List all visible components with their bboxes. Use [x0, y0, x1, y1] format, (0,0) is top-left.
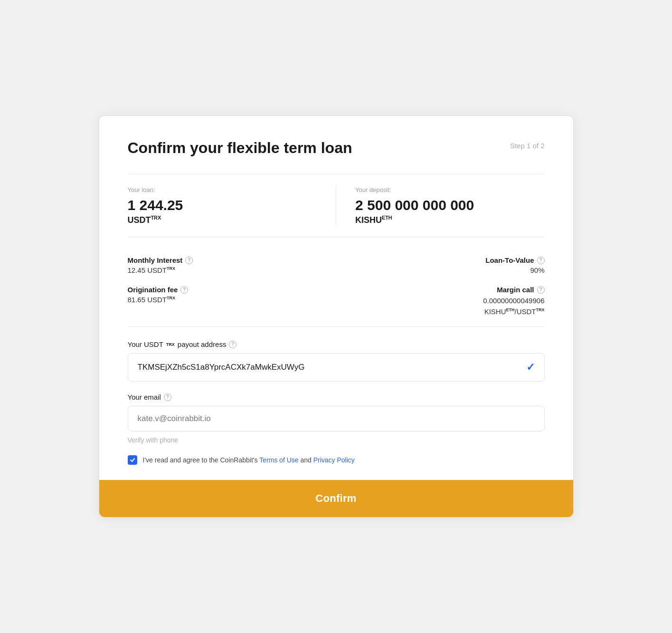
- email-input[interactable]: [138, 414, 535, 423]
- loan-amount: 1 244.25: [128, 197, 317, 213]
- header-row: Confirm your flexible term loan Step 1 o…: [128, 139, 545, 157]
- payout-label: Your USDTTRX payout address ?: [128, 340, 545, 348]
- payout-address-input[interactable]: [138, 363, 526, 372]
- privacy-policy-link[interactable]: Privacy Policy: [313, 456, 355, 464]
- email-input-field[interactable]: [128, 406, 545, 432]
- monthly-interest-row: Monthly Interest ? 12.45 USDTTRX Loan-To…: [128, 250, 545, 280]
- deposit-label: Your deposit:: [355, 186, 545, 194]
- agree-checkbox[interactable]: [128, 455, 137, 465]
- payout-check-icon: ✓: [526, 361, 535, 374]
- terms-of-use-link[interactable]: Terms of Use: [259, 456, 298, 464]
- origination-fee-help-icon[interactable]: ?: [180, 286, 188, 294]
- email-help-icon[interactable]: ?: [164, 393, 171, 401]
- payout-section: Your USDTTRX payout address ? ✓: [128, 340, 545, 382]
- payout-help-icon[interactable]: ?: [229, 341, 237, 348]
- email-section: Your email ? Verify with phone: [128, 393, 545, 444]
- agreement-row: I've read and agree to the CoinRabbit's …: [128, 455, 545, 465]
- monthly-interest-label: Monthly Interest ?: [128, 256, 336, 264]
- monthly-interest-value: 12.45 USDTTRX: [128, 266, 336, 274]
- loan-confirmation-card: Confirm your flexible term loan Step 1 o…: [99, 115, 574, 518]
- step-indicator: Step 1 of 2: [510, 142, 545, 150]
- page-title: Confirm your flexible term loan: [128, 139, 352, 157]
- agree-text: I've read and agree to the CoinRabbit's …: [143, 456, 355, 464]
- loan-summary: Your loan: 1 244.25 USDTTRX Your deposit…: [128, 174, 545, 237]
- details-section: Monthly Interest ? 12.45 USDTTRX Loan-To…: [128, 250, 545, 327]
- payout-address-field[interactable]: ✓: [128, 353, 545, 382]
- deposit-currency: KISHUETH: [355, 215, 545, 225]
- verify-phone-text: Verify with phone: [128, 436, 545, 444]
- loan-col-right: Your deposit: 2 500 000 000 000 KISHUETH: [336, 186, 545, 225]
- margin-call-label: Margin call ?: [497, 286, 544, 294]
- loan-col-left: Your loan: 1 244.25 USDTTRX: [128, 186, 336, 225]
- origination-fee-label: Origination fee ?: [128, 286, 336, 294]
- email-label: Your email ?: [128, 393, 545, 401]
- ltv-help-icon[interactable]: ?: [537, 257, 545, 264]
- loan-currency: USDTTRX: [128, 215, 317, 225]
- loan-to-value-label: Loan-To-Value ?: [485, 256, 544, 264]
- loan-to-value-value: 90%: [530, 266, 544, 274]
- origination-fee-row: Origination fee ? 81.65 USDTTRX Margin c…: [128, 280, 545, 323]
- deposit-amount: 2 500 000 000 000: [355, 197, 545, 213]
- loan-label: Your loan:: [128, 186, 317, 194]
- margin-call-value: 0.00000000049906 KISHUETH/USDTTRX: [483, 296, 544, 317]
- checkmark-icon: [130, 457, 135, 463]
- origination-fee-value: 81.65 USDTTRX: [128, 296, 336, 304]
- margin-call-help-icon[interactable]: ?: [537, 286, 545, 294]
- monthly-interest-help-icon[interactable]: ?: [185, 257, 193, 264]
- confirm-button[interactable]: Confirm: [99, 480, 573, 517]
